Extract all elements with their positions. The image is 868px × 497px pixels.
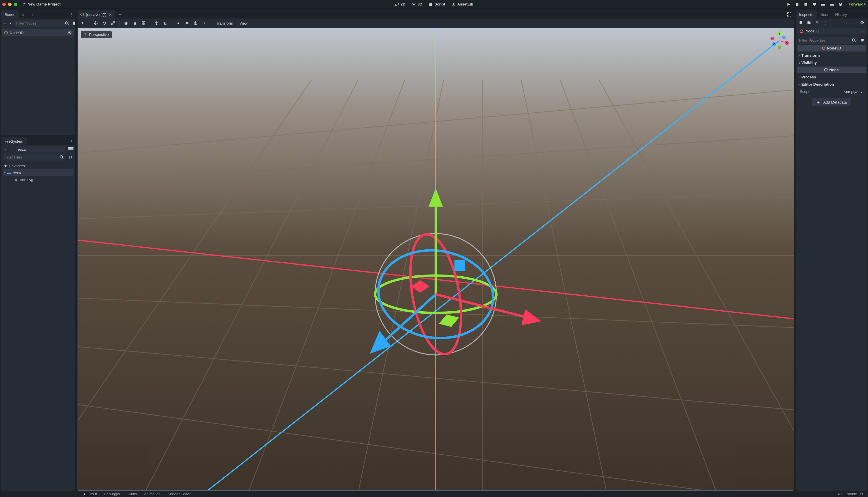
- svg-rect-2: [805, 3, 807, 5]
- preview-sun-button[interactable]: [183, 20, 190, 27]
- play-custom-scene-button[interactable]: [829, 2, 834, 6]
- folder-icon: ▬: [7, 171, 11, 175]
- play-button[interactable]: [786, 2, 791, 6]
- lock-button[interactable]: [131, 20, 138, 27]
- tab-history[interactable]: History: [833, 11, 850, 18]
- filter-files-input[interactable]: [5, 155, 60, 159]
- inspector-history-button[interactable]: [859, 20, 865, 26]
- tab-inspector[interactable]: Inspector: [796, 11, 817, 18]
- bottom-debugger[interactable]: Debugger: [100, 492, 124, 496]
- filter-properties-input[interactable]: [799, 38, 852, 43]
- add-node-button[interactable]: [3, 20, 7, 26]
- scene-node-label: Node3D: [10, 31, 24, 35]
- tab-node[interactable]: Node: [817, 11, 832, 18]
- inspector-script-value[interactable]: <empty>⌄: [844, 89, 863, 94]
- run-remote-button[interactable]: [812, 2, 817, 6]
- viewport-3d[interactable]: ⋮ Perspective: [77, 28, 794, 491]
- sun-disabled-icon[interactable]: [175, 20, 182, 27]
- renderer-select[interactable]: Forward+: [849, 2, 866, 6]
- svg-rect-21: [142, 24, 143, 25]
- inspector-section-node3d[interactable]: Node3D: [797, 45, 866, 52]
- bottom-animation[interactable]: Animation: [140, 492, 164, 496]
- fs-sort-button[interactable]: [67, 154, 73, 160]
- workspace-3d-button[interactable]: 3D: [412, 2, 423, 6]
- bottom-gear-icon[interactable]: ⚙: [860, 492, 863, 496]
- svg-point-13: [5, 31, 8, 34]
- inspector-forward-button[interactable]: ›: [851, 20, 857, 26]
- view-menu[interactable]: View: [237, 21, 250, 26]
- tab-scene[interactable]: Scene: [1, 11, 19, 18]
- svg-rect-6: [821, 3, 825, 4]
- fs-back-button[interactable]: ‹: [3, 147, 8, 152]
- scale-tool-button[interactable]: [110, 20, 117, 27]
- preview-env-button[interactable]: [192, 20, 199, 27]
- group-button[interactable]: [140, 20, 147, 27]
- cube-button[interactable]: [153, 20, 160, 27]
- workspace-2d-button[interactable]: 2D: [395, 2, 405, 6]
- bottom-shader[interactable]: Shader Editor: [164, 492, 194, 496]
- scene-node-root[interactable]: Node3D: [2, 29, 74, 37]
- inspector-save-button[interactable]: [814, 20, 820, 26]
- inspector-settings-icon[interactable]: [859, 37, 866, 43]
- scene-panel-menu-icon[interactable]: ⋮: [68, 12, 75, 17]
- bottom-output[interactable]: ●Output: [80, 492, 100, 496]
- axis-gizmo[interactable]: y x z: [769, 31, 789, 49]
- transform-menu[interactable]: Transform: [214, 21, 236, 26]
- window-close-icon[interactable]: [2, 3, 6, 6]
- fs-favorites[interactable]: ★ Favorites:: [3, 162, 73, 169]
- inspector-object-label: Node3D: [806, 29, 820, 33]
- stop-button[interactable]: [803, 2, 808, 6]
- chevron-down-icon: ▾: [4, 171, 5, 174]
- new-scene-button[interactable]: ＋: [118, 12, 123, 18]
- inspector-more-icon[interactable]: ⋮: [822, 20, 828, 26]
- tab-import[interactable]: Import: [19, 11, 37, 18]
- pause-button[interactable]: [795, 2, 799, 6]
- workspace-assetlib-button[interactable]: AssetLib: [452, 2, 473, 6]
- rotate-tool-button[interactable]: [101, 20, 108, 27]
- local-coords-button[interactable]: [123, 20, 130, 27]
- bottom-audio[interactable]: Audio: [124, 492, 140, 496]
- svg-line-37: [521, 81, 615, 491]
- svg-point-23: [177, 22, 179, 24]
- search-icon: [852, 38, 856, 42]
- fs-root[interactable]: ▾ ▬ res://: [3, 169, 73, 176]
- fs-path-field[interactable]: res://: [16, 146, 66, 153]
- distraction-free-button[interactable]: [785, 12, 794, 17]
- filter-nodes-input[interactable]: [16, 21, 65, 26]
- fs-file-item[interactable]: └ ◆ icon.svg: [3, 176, 73, 183]
- inspector-back-button[interactable]: ‹: [843, 20, 849, 26]
- play-scene-button[interactable]: [821, 2, 825, 6]
- inspector-section-node[interactable]: Node: [797, 67, 866, 73]
- filesystem-panel-menu-icon[interactable]: ⋮: [68, 139, 75, 143]
- snap-button[interactable]: [162, 20, 169, 27]
- movie-maker-button[interactable]: [838, 2, 843, 6]
- inspector-object-select[interactable]: Node3D ⌄: [797, 28, 866, 34]
- fs-forward-button[interactable]: ›: [9, 147, 14, 152]
- add-metadata-button[interactable]: Add Metadata: [812, 98, 852, 106]
- close-tab-button[interactable]: ✕: [109, 12, 112, 17]
- svg-point-11: [841, 4, 842, 5]
- workspace-script-button[interactable]: Script: [429, 2, 445, 6]
- inspector-load-button[interactable]: [806, 20, 812, 26]
- toggle-visibility-button[interactable]: [67, 30, 72, 35]
- window-zoom-icon[interactable]: [14, 3, 17, 6]
- window-minimize-icon[interactable]: [8, 3, 12, 6]
- inspector-open-doc-button[interactable]: [798, 20, 804, 26]
- inspector-fold-process[interactable]: ›Process: [797, 74, 866, 81]
- viewport-more-icon[interactable]: ⋮: [201, 20, 208, 27]
- select-tool-button[interactable]: [79, 20, 86, 27]
- inspector-fold-editor-desc[interactable]: ›Editor Description: [797, 81, 866, 88]
- svg-line-40: [78, 81, 311, 477]
- tree-line-icon: └: [11, 178, 13, 182]
- fs-view-toggle[interactable]: [68, 147, 73, 153]
- attach-script-button[interactable]: [72, 20, 75, 26]
- instance-scene-button[interactable]: [9, 20, 13, 26]
- star-icon: ★: [4, 164, 8, 168]
- move-tool-button[interactable]: [92, 20, 99, 27]
- tab-filesystem[interactable]: FileSystem: [1, 137, 27, 145]
- svg-point-68: [778, 46, 781, 49]
- inspector-fold-visibility[interactable]: ›Visibility: [797, 59, 866, 66]
- svg-rect-22: [144, 24, 145, 25]
- inspector-fold-transform[interactable]: ›Transform: [797, 52, 866, 59]
- scene-tab-unsaved[interactable]: [unsaved](*) ✕: [77, 11, 115, 18]
